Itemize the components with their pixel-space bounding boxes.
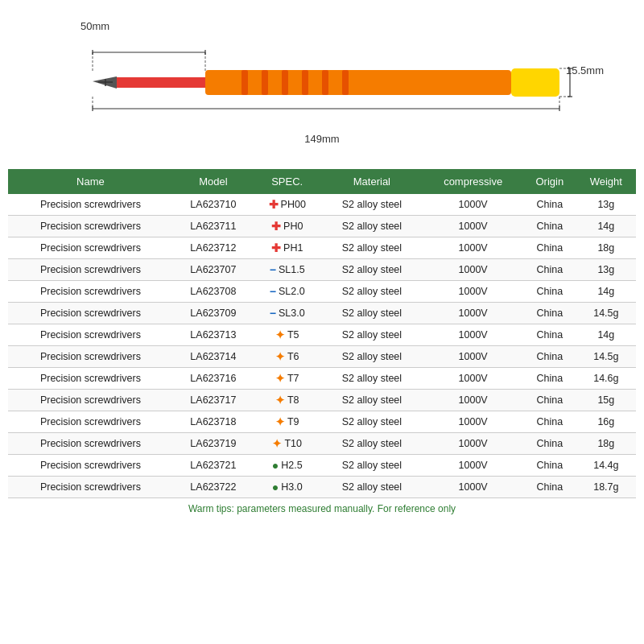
cell-spec: ✦ T8 [254,390,321,411]
svg-rect-20 [282,70,288,95]
dim-149mm-label: 149mm [304,133,339,145]
cell-spec: ✦ T7 [254,368,321,390]
cell-material: S2 alloy steel [321,216,423,237]
cell-name: Precision screwdrivers [8,324,173,346]
table-row: Precision screwdrivers LA623717 ✦ T8 S2 … [8,390,636,411]
warm-tips: Warm tips: parameters measured manually.… [8,498,636,518]
col-header-model: Model [173,169,254,194]
cell-origin: China [523,390,576,411]
table-row: Precision screwdrivers LA623710 ✚ PH00 S… [8,194,636,216]
cell-compressive: 1000V [423,346,523,368]
cell-compressive: 1000V [423,324,523,346]
svg-rect-23 [342,70,349,95]
screwdriver-diagram: 50mm 15.5mm 149mm [32,16,612,145]
cell-model: LA623714 [173,346,254,368]
cell-origin: China [523,259,576,281]
cell-spec: − SL2.0 [254,281,321,303]
table-row: Precision screwdrivers LA623713 ✦ T5 S2 … [8,324,636,346]
col-header-material: Material [321,169,423,194]
cell-origin: China [523,477,576,498]
cell-compressive: 1000V [423,216,523,237]
cell-origin: China [523,324,576,346]
table-row: Precision screwdrivers LA623714 ✦ T6 S2 … [8,346,636,368]
cell-origin: China [523,216,576,237]
table-section: Name Model SPEC. Material compressive Or… [0,169,644,518]
cell-weight: 18g [576,433,636,455]
cell-spec: ✚ PH1 [254,237,321,259]
cell-weight: 18.7g [576,477,636,498]
svg-rect-19 [262,70,268,95]
svg-rect-21 [302,70,308,95]
table-row: Precision screwdrivers LA623708 − SL2.0 … [8,281,636,303]
cell-material: S2 alloy steel [321,477,423,498]
cell-compressive: 1000V [423,477,523,498]
dim-15mm-label: 15.5mm [566,64,604,76]
cell-weight: 14g [576,324,636,346]
cell-spec: ● H2.5 [254,455,321,477]
table-header-row: Name Model SPEC. Material compressive Or… [8,169,636,194]
table-row: Precision screwdrivers LA623722 ● H3.0 S… [8,477,636,498]
table-row: Precision screwdrivers LA623712 ✚ PH1 S2… [8,237,636,259]
cell-weight: 14.5g [576,346,636,368]
cell-model: LA623716 [173,368,254,390]
cell-model: LA623719 [173,433,254,455]
cell-origin: China [523,346,576,368]
cell-model: LA623711 [173,216,254,237]
cell-name: Precision screwdrivers [8,237,173,259]
table-row: Precision screwdrivers LA623719 ✦ T10 S2… [8,433,636,455]
cell-weight: 14.6g [576,368,636,390]
cell-model: LA623708 [173,281,254,303]
svg-rect-22 [322,70,328,95]
dim-50mm-label: 50mm [80,20,109,32]
specs-table: Name Model SPEC. Material compressive Or… [8,169,636,498]
cell-name: Precision screwdrivers [8,194,173,216]
cell-name: Precision screwdrivers [8,411,173,433]
cell-model: LA623717 [173,390,254,411]
table-row: Precision screwdrivers LA623716 ✦ T7 S2 … [8,368,636,390]
svg-rect-16 [117,77,205,88]
cell-compressive: 1000V [423,194,523,216]
table-row: Precision screwdrivers LA623718 ✦ T9 S2 … [8,411,636,433]
cell-model: LA623712 [173,237,254,259]
cell-name: Precision screwdrivers [8,281,173,303]
cell-origin: China [523,455,576,477]
cell-spec: ✦ T5 [254,324,321,346]
table-row: Precision screwdrivers LA623709 − SL3.0 … [8,303,636,324]
cell-spec: ✚ PH00 [254,194,321,216]
cell-spec: − SL3.0 [254,303,321,324]
table-row: Precision screwdrivers LA623721 ● H2.5 S… [8,455,636,477]
table-row: Precision screwdrivers LA623707 − SL1.5 … [8,259,636,281]
cell-origin: China [523,303,576,324]
table-row: Precision screwdrivers LA623711 ✚ PH0 S2… [8,216,636,237]
cell-weight: 18g [576,237,636,259]
col-header-weight: Weight [576,169,636,194]
cell-compressive: 1000V [423,411,523,433]
screwdriver-svg [48,44,596,117]
cell-material: S2 alloy steel [321,390,423,411]
cell-weight: 15g [576,390,636,411]
cell-material: S2 alloy steel [321,259,423,281]
cell-name: Precision screwdrivers [8,259,173,281]
cell-origin: China [523,368,576,390]
cell-name: Precision screwdrivers [8,346,173,368]
cell-material: S2 alloy steel [321,346,423,368]
svg-rect-17 [205,70,511,95]
cell-weight: 14.4g [576,455,636,477]
cell-spec: ● H3.0 [254,477,321,498]
cell-compressive: 1000V [423,455,523,477]
cell-weight: 14.5g [576,303,636,324]
cell-name: Precision screwdrivers [8,433,173,455]
cell-compressive: 1000V [423,259,523,281]
cell-spec: ✚ PH0 [254,216,321,237]
col-header-spec: SPEC. [254,169,321,194]
col-header-compressive: compressive [423,169,523,194]
cell-origin: China [523,237,576,259]
cell-material: S2 alloy steel [321,411,423,433]
cell-material: S2 alloy steel [321,433,423,455]
cell-weight: 13g [576,194,636,216]
diagram-section: 50mm 15.5mm 149mm [0,0,644,169]
cell-spec: ✦ T10 [254,433,321,455]
cell-name: Precision screwdrivers [8,455,173,477]
cell-origin: China [523,411,576,433]
svg-rect-24 [511,68,559,97]
